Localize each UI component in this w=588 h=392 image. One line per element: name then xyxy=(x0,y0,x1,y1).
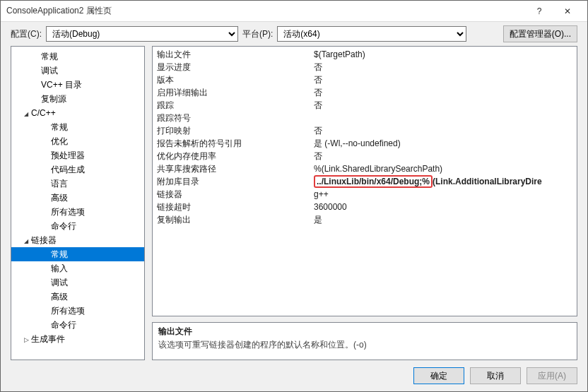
tree-arrow-icon[interactable] xyxy=(21,109,31,117)
property-key: 打印映射 xyxy=(157,125,314,137)
property-row[interactable]: 链接器g++ xyxy=(153,188,577,201)
tree-item-label: 高级 xyxy=(51,192,68,204)
window-title: ConsoleApplication2 属性页 xyxy=(6,5,525,17)
tree-item[interactable]: 输入 xyxy=(11,261,144,275)
property-value[interactable]: 否 xyxy=(314,74,577,86)
config-select[interactable]: 活动(Debug) xyxy=(46,26,238,42)
tree-item[interactable]: 生成事件 xyxy=(11,332,144,346)
tree-item-label: 语言 xyxy=(51,178,68,190)
property-value[interactable]: 是 (-Wl,--no-undefined) xyxy=(314,138,577,150)
tree-item[interactable]: 复制源 xyxy=(11,92,144,106)
property-key: 跟踪 xyxy=(157,100,314,112)
property-value[interactable]: 否 xyxy=(314,150,577,162)
right-panel: 输出文件$(TargetPath)显示进度否版本否启用详细输出否跟踪否跟踪符号打… xyxy=(152,46,577,360)
tree-item[interactable]: 常规 xyxy=(11,120,144,134)
property-row[interactable]: 版本否 xyxy=(153,73,577,86)
tree-arrow-icon[interactable] xyxy=(21,237,31,244)
tree-item-label: 高级 xyxy=(51,291,68,303)
tree-item-label: 链接器 xyxy=(31,234,57,247)
tree-item-label: 生成事件 xyxy=(31,333,65,345)
property-key: 启用详细输出 xyxy=(157,87,314,99)
tree-item[interactable]: 优化 xyxy=(11,134,144,148)
platform-select[interactable]: 活动(x64) xyxy=(277,26,466,42)
property-row[interactable]: 跟踪否 xyxy=(153,99,577,112)
property-row[interactable]: 链接超时3600000 xyxy=(153,201,577,213)
tree-item[interactable]: C/C++ xyxy=(11,106,144,120)
property-row[interactable]: 报告未解析的符号引用是 (-Wl,--no-undefined) xyxy=(153,137,577,150)
property-row[interactable]: 打印映射否 xyxy=(153,124,577,137)
property-key: 显示进度 xyxy=(157,61,314,73)
tree-item[interactable]: 链接器 xyxy=(11,233,144,247)
tree-item-label: 常规 xyxy=(41,51,58,63)
description-box: 输出文件 该选项可重写链接器创建的程序的默认名称和位置。(-o) xyxy=(152,322,577,360)
property-row[interactable]: 附加库目录../LinuxLib/bin/x64/Debug;%(Link.Ad… xyxy=(153,175,577,188)
property-value[interactable]: $(TargetPath) xyxy=(314,49,577,59)
description-text: 该选项可重写链接器创建的程序的默认名称和位置。(-o) xyxy=(158,339,571,351)
apply-button[interactable]: 应用(A) xyxy=(527,367,577,384)
tree-item[interactable]: 高级 xyxy=(11,191,144,205)
property-key: 版本 xyxy=(157,74,314,86)
tree-item-label: C/C++ xyxy=(31,108,56,118)
ok-button[interactable]: 确定 xyxy=(413,367,464,384)
tree-item[interactable]: 命令行 xyxy=(11,219,144,233)
property-key: 跟踪符号 xyxy=(157,112,314,124)
tree-item[interactable]: 调试 xyxy=(11,275,144,290)
tree-item-label: 代码生成 xyxy=(51,164,85,176)
property-key: 链接超时 xyxy=(157,201,314,213)
cancel-button[interactable]: 取消 xyxy=(470,367,521,384)
config-manager-button[interactable]: 配置管理器(O)... xyxy=(503,25,577,42)
property-row[interactable]: 共享库搜索路径%(Link.SharedLibrarySearchPath) xyxy=(153,162,577,175)
property-value[interactable]: 否 xyxy=(314,125,577,137)
property-value[interactable]: 否 xyxy=(314,87,577,99)
tree-item-label: 命令行 xyxy=(51,319,76,331)
property-key: 复制输出 xyxy=(157,214,314,226)
tree-item[interactable]: 语言 xyxy=(11,177,144,191)
tree-panel[interactable]: 常规调试VC++ 目录复制源C/C++常规优化预处理器代码生成语言高级所有选项命… xyxy=(11,46,145,360)
tree-item[interactable]: 命令行 xyxy=(11,318,144,332)
tree-arrow-icon[interactable] xyxy=(21,335,31,343)
tree-item-label: 常规 xyxy=(51,121,68,133)
tree-item-label: 常规 xyxy=(51,249,68,261)
close-button[interactable]: ✕ xyxy=(553,1,582,21)
tree-item[interactable]: 常规 xyxy=(11,49,144,64)
property-value[interactable]: g++ xyxy=(314,189,577,199)
tree-item[interactable]: 代码生成 xyxy=(11,162,144,177)
property-value[interactable]: 3600000 xyxy=(314,202,577,212)
tree-item-label: 所有选项 xyxy=(51,305,85,317)
property-value[interactable]: ../LinuxLib/bin/x64/Debug;%(Link.Additio… xyxy=(314,175,577,188)
property-key: 优化内存使用率 xyxy=(157,150,314,162)
property-key: 输出文件 xyxy=(157,49,314,61)
help-button[interactable]: ? xyxy=(525,1,553,21)
property-key: 共享库搜索路径 xyxy=(157,163,314,175)
property-value[interactable]: 否 xyxy=(314,61,577,73)
property-row[interactable]: 启用详细输出否 xyxy=(153,86,577,99)
tree-item-label: 优化 xyxy=(51,136,68,148)
property-row[interactable]: 输出文件$(TargetPath) xyxy=(153,48,577,61)
tree-item[interactable]: 所有选项 xyxy=(11,304,144,318)
property-value[interactable]: 是 xyxy=(314,214,577,226)
property-row[interactable]: 显示进度否 xyxy=(153,61,577,73)
tree-item-label: 输入 xyxy=(51,263,68,275)
tree-item[interactable]: 高级 xyxy=(11,290,144,304)
property-grid[interactable]: 输出文件$(TargetPath)显示进度否版本否启用详细输出否跟踪否跟踪符号打… xyxy=(152,46,577,316)
property-value[interactable]: %(Link.SharedLibrarySearchPath) xyxy=(314,164,577,174)
tree-item-label: 命令行 xyxy=(51,220,76,232)
property-row[interactable]: 优化内存使用率否 xyxy=(153,150,577,162)
tree-item[interactable]: 常规 xyxy=(11,247,144,261)
tree-item[interactable]: VC++ 目录 xyxy=(11,78,144,92)
tree-item-label: VC++ 目录 xyxy=(41,79,82,91)
property-value[interactable]: 否 xyxy=(314,100,577,112)
property-row[interactable]: 复制输出是 xyxy=(153,213,577,226)
property-row[interactable]: 跟踪符号 xyxy=(153,112,577,124)
config-label: 配置(C): xyxy=(11,28,42,40)
tree-item[interactable]: 所有选项 xyxy=(11,205,144,219)
highlight-box: ../LinuxLib/bin/x64/Debug;% xyxy=(314,175,433,188)
tree-item[interactable]: 调试 xyxy=(11,64,144,78)
property-key: 链接器 xyxy=(157,189,314,201)
tree-item-label: 复制源 xyxy=(41,93,66,105)
tree-item[interactable]: 预处理器 xyxy=(11,148,144,162)
title-bar: ConsoleApplication2 属性页 ? ✕ xyxy=(1,1,587,22)
tree-item-label: 调试 xyxy=(51,277,68,289)
main-area: 常规调试VC++ 目录复制源C/C++常规优化预处理器代码生成语言高级所有选项命… xyxy=(1,46,587,360)
property-value-rest: (Link.AdditionalLibraryDire xyxy=(433,177,542,186)
